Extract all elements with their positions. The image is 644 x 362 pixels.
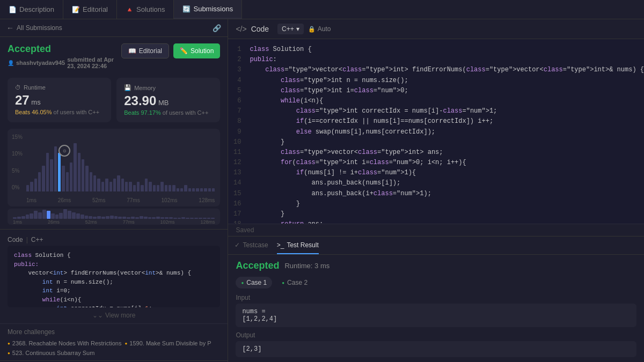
line-content: return ans; (250, 219, 644, 224)
mini-chart-bar (72, 212, 76, 219)
mini-chart-bar (89, 216, 92, 219)
chart-bar (74, 143, 76, 191)
chart-bar (153, 185, 156, 191)
chart-bar (141, 185, 143, 191)
chart-bar (70, 162, 72, 191)
mini-chart-bar (63, 209, 67, 219)
language-selector[interactable]: C++ ▾ (277, 24, 304, 34)
mini-chart-bar (165, 217, 169, 218)
chart-bar (93, 175, 96, 191)
line-content: class="type">vector<class="type">int> fi… (250, 65, 644, 75)
case-tab-1[interactable]: ● Case 1 (236, 277, 272, 289)
chart-bar (85, 166, 88, 191)
chart-bar (145, 179, 148, 191)
action-buttons: 📖 Editorial ✏️ Solution (121, 43, 221, 58)
line-number: 4 (228, 76, 250, 86)
chart-bar (58, 153, 61, 191)
tab-testcase[interactable]: ✓ Testcase (235, 237, 268, 254)
line-number: 5 (228, 86, 250, 96)
chart-bar (125, 182, 128, 191)
chart-bar (46, 153, 49, 191)
lock-icon: 🔒 (308, 26, 316, 33)
mini-chart-bar (13, 217, 17, 218)
code-lang-bar: Code | C++ (8, 234, 220, 246)
editorial-icon: 📝 (72, 6, 80, 13)
chart-bar (34, 179, 37, 191)
chart-bar (192, 188, 195, 191)
mini-chart-bar (178, 218, 181, 218)
status-text: Accepted (8, 43, 121, 55)
mini-chart-bar (131, 217, 135, 219)
challenge-link-3[interactable]: ● 523. Continuous Subarray Sum (8, 350, 94, 356)
chart-marker: ⊙ (58, 145, 70, 157)
line-number: 17 (228, 209, 250, 219)
code-preview: class Solution { public: vector<int> fin… (8, 246, 220, 307)
editor-header: </> Code C++ ▾ 🔒 Auto (228, 19, 644, 39)
mini-chart-bar (127, 217, 130, 218)
line-content: else swap(nums[i],nums[correctIdx]); (250, 127, 644, 137)
tab-test-result[interactable]: >_ Test Result (277, 237, 319, 254)
submitted-at: submitted at Apr 23, 2024 22:46 (67, 56, 121, 69)
case-tab-2[interactable]: ● Case 2 (276, 277, 313, 289)
chart-bar (180, 188, 183, 191)
challenge-link-1[interactable]: ● 2368. Reachable Nodes With Restriction… (8, 340, 121, 346)
mini-chart-bar (169, 217, 173, 218)
back-button[interactable]: ← All Submissions (6, 24, 62, 32)
mini-chart-bar (38, 212, 42, 219)
chart-bar (137, 182, 140, 191)
output-section: Output [2,3] (236, 331, 636, 357)
chart-bar (204, 188, 207, 191)
input-section: Input nums =[1,2,2,4] (236, 294, 636, 327)
code-line: 8 if(i==correctIdx || nums[i]==nums[corr… (228, 116, 644, 127)
main-layout: ← All Submissions 🔗 Accepted 👤 shashvtya… (0, 19, 644, 362)
chevron-down-icon: ⌄⌄ (92, 312, 103, 319)
chart-bar (50, 159, 53, 191)
testcase-icon: ✓ (235, 241, 240, 249)
editorial-button[interactable]: 📖 Editorial (121, 43, 169, 58)
mini-chart-bar (17, 217, 21, 219)
mini-chart-bar (140, 216, 143, 219)
solution-button[interactable]: ✏️ Solution (173, 43, 220, 58)
chart-bar (38, 172, 41, 191)
challenge-dot-2: ● (125, 341, 127, 346)
line-number: 11 (228, 147, 250, 158)
mini-chart-bar (160, 217, 164, 218)
submitter-name: shashvtyadav945 (16, 60, 65, 66)
runtime-chart: 15% 10% 5% 0% ⊙ 1ms 26ms 52ms 77ms 102ms… (8, 129, 220, 206)
link-icon[interactable]: 🔗 (213, 24, 221, 32)
view-more-button[interactable]: ⌄⌄ View more (8, 307, 220, 323)
chart-bar (200, 188, 203, 191)
chart-x-labels: 1ms 26ms 52ms 77ms 102ms 128ms (26, 197, 215, 203)
terminal-icon: >_ (277, 241, 284, 249)
line-content: if(i==correctIdx || nums[i]==nums[correc… (250, 116, 644, 127)
challenge-link-2[interactable]: ● 1590. Make Sum Divisible by P (125, 340, 211, 346)
mini-chart-bar (42, 210, 46, 219)
line-number: 2 (228, 55, 250, 65)
code-line: 9 else swap(nums[i],nums[correctIdx]); (228, 127, 644, 137)
mini-chart-bar (21, 216, 25, 219)
line-number: 16 (228, 199, 250, 209)
chart-bar (30, 182, 33, 191)
tab-description[interactable]: 📄 Description (0, 0, 63, 19)
runtime-value: 27 ms (15, 93, 104, 108)
line-content: class="type">int i=class="num">0; (250, 86, 644, 96)
mini-chart-bar (194, 218, 198, 218)
code-line: 4 class="type">int n = nums.size(); (228, 76, 644, 86)
left-panel: ← All Submissions 🔗 Accepted 👤 shashvtya… (0, 19, 228, 362)
chart-bar (62, 166, 64, 191)
tab-submissions[interactable]: 🔄 Submissions (174, 0, 242, 19)
line-content: class="type">int correctIdx = nums[i]-cl… (250, 106, 644, 116)
mini-chart-bar (203, 218, 207, 218)
line-content: class Solution { (250, 45, 644, 55)
line-number: 3 (228, 65, 250, 75)
mini-labels: 1ms 26ms 52ms 77ms 102ms 128ms (13, 219, 215, 225)
tab-solutions[interactable]: 🔺 Solutions (117, 0, 174, 19)
mini-chart-bar (144, 217, 148, 219)
chart-bar (54, 146, 57, 191)
solutions-icon: 🔺 (126, 6, 134, 13)
line-number: 10 (228, 137, 250, 147)
tab-editorial[interactable]: 📝 Editorial (63, 0, 117, 19)
mini-chart-bar (101, 217, 105, 219)
more-challenges: More challenges ● 2368. Reachable Nodes … (0, 323, 228, 360)
code-line: 6 while(i<n){ (228, 96, 644, 106)
